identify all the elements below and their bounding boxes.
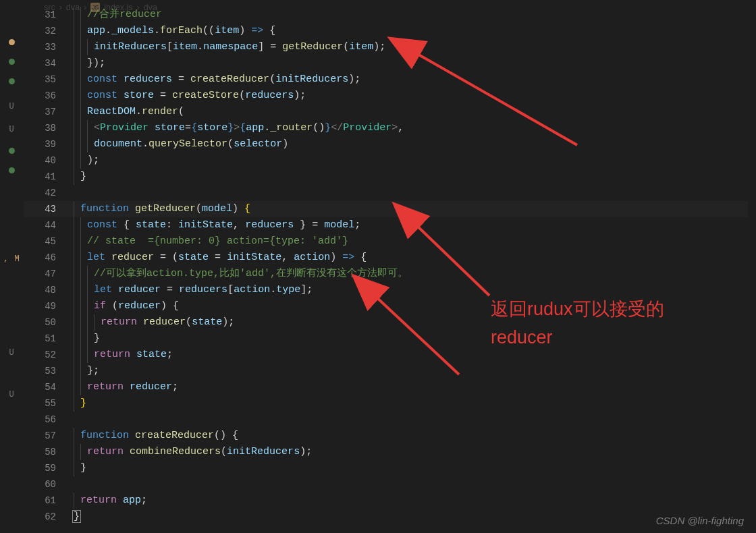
code-content[interactable]: //合并reducer xyxy=(74,7,756,23)
line-number[interactable]: 57 xyxy=(24,428,74,444)
line-number[interactable]: 37 xyxy=(24,104,74,120)
code-content[interactable]: }); xyxy=(74,55,756,72)
line-number[interactable]: 54 xyxy=(24,379,74,395)
code-content[interactable]: }; xyxy=(74,363,756,379)
line-number[interactable]: 46 xyxy=(24,250,74,266)
code-line[interactable]: 47 //可以拿到action.type,比如'add',在判断有没有这个方法即… xyxy=(24,266,756,282)
code-line[interactable]: 42 xyxy=(24,185,756,201)
line-number[interactable]: 52 xyxy=(24,347,74,363)
code-line[interactable]: 53 }; xyxy=(24,363,756,379)
line-number[interactable]: 41 xyxy=(24,169,74,185)
minimap[interactable] xyxy=(748,16,756,533)
line-number[interactable]: 60 xyxy=(24,476,74,493)
code-content[interactable]: initReducers[item.namespace] = getReduce… xyxy=(74,39,756,55)
line-number[interactable]: 36 xyxy=(24,88,74,104)
line-number[interactable]: 34 xyxy=(24,55,74,72)
code-line[interactable]: 61 return app; xyxy=(24,493,756,509)
code-content[interactable]: } xyxy=(74,169,756,185)
code-line[interactable]: 57 function createReducer() { xyxy=(24,428,756,444)
code-content[interactable]: ); xyxy=(74,152,756,169)
code-content[interactable]: ReactDOM.render( xyxy=(74,104,756,120)
code-content[interactable]: return app; xyxy=(74,493,756,509)
code-line[interactable]: 44 const { state: initState, reducers } … xyxy=(24,217,756,233)
code-line[interactable]: 40 ); xyxy=(24,152,756,169)
line-number[interactable]: 35 xyxy=(24,72,74,88)
code-line[interactable]: 59 } xyxy=(24,460,756,476)
code-content[interactable]: // state ={number: 0} action={type: 'add… xyxy=(74,233,756,250)
code-content[interactable]: const reducers = createReducer(initReduc… xyxy=(74,72,756,88)
line-number[interactable]: 56 xyxy=(24,412,74,428)
code-content[interactable]: //可以拿到action.type,比如'add',在判断有没有这个方法即可。 xyxy=(74,266,756,282)
line-number[interactable]: 42 xyxy=(24,185,74,201)
code-line[interactable]: 38 <Provider store={store}>{app._router(… xyxy=(24,120,756,136)
code-line[interactable]: 54 return reducer; xyxy=(24,379,756,395)
code-content[interactable]: app._models.forEach((item) => { xyxy=(74,23,756,39)
line-number[interactable]: 61 xyxy=(24,493,74,509)
line-number[interactable]: 59 xyxy=(24,460,74,476)
line-number[interactable]: 45 xyxy=(24,233,74,250)
code-content[interactable]: document.querySelector(selector) xyxy=(74,136,756,152)
code-line[interactable]: 33 initReducers[item.namespace] = getRed… xyxy=(24,39,756,55)
code-line[interactable]: 55 } xyxy=(24,395,756,412)
scm-mark: , M xyxy=(0,254,24,264)
code-content[interactable]: <Provider store={store}>{app._router()}<… xyxy=(74,120,756,136)
code-content[interactable]: function createReducer() { xyxy=(74,428,756,444)
code-content[interactable]: const { state: initState, reducers } = m… xyxy=(74,217,756,233)
code-line[interactable]: 41 } xyxy=(24,169,756,185)
gutter-dot-added-icon xyxy=(9,78,15,84)
line-number[interactable]: 47 xyxy=(24,266,74,282)
line-number[interactable]: 58 xyxy=(24,444,74,460)
code-line[interactable]: 34 }); xyxy=(24,55,756,72)
line-number[interactable]: 33 xyxy=(24,39,74,55)
editor-pane[interactable]: src › dva › JS index.js › dva 31 //合并red… xyxy=(24,0,756,533)
scm-mark: U xyxy=(0,125,24,134)
line-number[interactable]: 32 xyxy=(24,23,74,39)
code-content[interactable]: const store = createStore(reducers); xyxy=(74,88,756,104)
code-line[interactable]: 39 document.querySelector(selector) xyxy=(24,136,756,152)
line-number[interactable]: 51 xyxy=(24,331,74,347)
code-content[interactable]: return reducer; xyxy=(74,379,756,395)
code-line[interactable]: 35 const reducers = createReducer(initRe… xyxy=(24,72,756,88)
code-line[interactable]: 60 xyxy=(24,476,756,493)
code-line[interactable]: 31 //合并reducer xyxy=(24,7,756,23)
code-content[interactable]: return combineReducers(initReducers); xyxy=(74,444,756,460)
line-number[interactable]: 39 xyxy=(24,136,74,152)
code-line[interactable]: 36 const store = createStore(reducers); xyxy=(24,88,756,104)
code-line[interactable]: 56 xyxy=(24,412,756,428)
scm-mark: U xyxy=(0,102,24,111)
gutter-dot-modified-icon xyxy=(9,39,15,45)
code-line[interactable]: 62} xyxy=(24,509,756,525)
code-content[interactable]: let reducer = (state = initState, action… xyxy=(74,250,756,266)
code-content[interactable]: function getReducer(model) { xyxy=(74,201,756,217)
gutter-dot-added-icon xyxy=(9,148,15,154)
line-number[interactable]: 44 xyxy=(24,217,74,233)
code-line[interactable]: 37 ReactDOM.render( xyxy=(24,104,756,120)
line-number[interactable]: 55 xyxy=(24,395,74,412)
line-number[interactable]: 53 xyxy=(24,363,74,379)
line-number[interactable]: 49 xyxy=(24,298,74,314)
line-number[interactable]: 31 xyxy=(24,7,74,23)
code-line[interactable]: 43 function getReducer(model) { xyxy=(24,201,756,217)
code-line[interactable]: 32 app._models.forEach((item) => { xyxy=(24,23,756,39)
code-area[interactable]: 31 //合并reducer32 app._models.forEach((it… xyxy=(24,7,756,533)
line-number[interactable]: 38 xyxy=(24,120,74,136)
line-number[interactable]: 62 xyxy=(24,509,74,525)
code-content[interactable]: } xyxy=(74,460,756,476)
code-content[interactable]: } xyxy=(74,395,756,412)
watermark: CSDN @lin-fighting xyxy=(656,515,744,526)
code-line[interactable]: 45 // state ={number: 0} action={type: '… xyxy=(24,233,756,250)
code-content[interactable]: } xyxy=(74,509,756,525)
code-line[interactable]: 46 let reducer = (state = initState, act… xyxy=(24,250,756,266)
line-number[interactable]: 40 xyxy=(24,152,74,169)
line-number[interactable]: 48 xyxy=(24,282,74,298)
scm-decoration-rail: U U , M U U xyxy=(0,0,24,533)
gutter-dot-added-icon xyxy=(9,167,15,173)
scm-mark: U xyxy=(0,348,24,358)
line-number[interactable]: 43 xyxy=(24,201,74,217)
scm-mark: U xyxy=(0,390,24,399)
gutter-dot-added-icon xyxy=(9,59,15,65)
code-line[interactable]: 58 return combineReducers(initReducers); xyxy=(24,444,756,460)
annotation-text: 返回rudux可以接受的 reducer xyxy=(491,296,664,352)
line-number[interactable]: 50 xyxy=(24,314,74,331)
